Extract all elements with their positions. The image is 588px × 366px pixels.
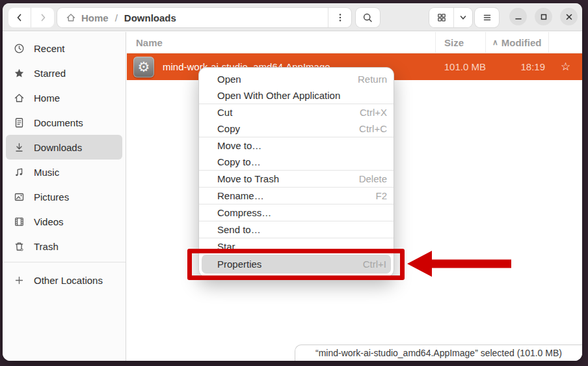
clock-icon [14,43,25,54]
star-icon [14,68,25,79]
grid-view-icon [436,12,447,23]
sidebar-item-music[interactable]: Music [6,160,122,184]
close-button[interactable] [560,8,578,25]
sidebar: Recent Starred Home Documents [3,32,126,361]
sidebar-item-label: Pictures [34,191,69,203]
sidebar-item-downloads[interactable]: Downloads [6,135,122,160]
appimage-file-icon: ⚙ [133,57,154,77]
search-icon [362,12,373,23]
music-note-icon [14,167,25,178]
menu-item-rename[interactable]: Rename… F2 [199,188,394,204]
plus-icon [14,275,25,286]
sidebar-item-label: Videos [34,216,64,227]
minimize-icon [514,13,522,21]
grid-view-button[interactable] [429,8,454,27]
sidebar-item-label: Documents [34,117,83,128]
close-icon [565,13,573,21]
chevron-right-icon [38,12,48,23]
desktop-backdrop: Home / Downloads [0,0,588,366]
sidebar-item-label: Music [34,167,59,178]
breadcrumb[interactable]: Home / Downloads [57,8,351,27]
list-header: Name Size ∧ Modified [127,32,582,53]
sidebar-item-recent[interactable]: Recent [6,36,122,61]
file-star-toggle[interactable]: ☆ [549,60,582,74]
minimize-button[interactable] [509,8,527,25]
sidebar-item-label: Trash [34,241,59,252]
sidebar-item-label: Other Locations [34,275,103,286]
picture-icon [14,191,25,203]
menu-item-move-to[interactable]: Move to… [199,137,394,154]
sidebar-item-label: Starred [34,68,66,79]
menu-item-compress[interactable]: Compress… [199,204,394,221]
sidebar-item-other-locations[interactable]: Other Locations [6,268,122,292]
selection-status-text: “mind-work-ai-studio_amd64.AppImage” sel… [315,348,562,358]
breadcrumb-root[interactable]: Home [81,12,109,23]
selection-status-bar: “mind-work-ai-studio_amd64.AppImage” sel… [295,345,582,361]
annotation-red-arrow-icon [407,250,511,277]
home-icon [14,92,25,104]
view-toggle-group [429,8,472,27]
maximize-button[interactable] [535,8,552,25]
sidebar-item-label: Downloads [34,142,82,153]
chevron-left-icon [14,12,25,23]
trash-icon [14,241,25,252]
sidebar-item-home[interactable]: Home [6,85,122,110]
sidebar-item-trash[interactable]: Trash [6,234,122,259]
search-button[interactable] [356,8,380,27]
sidebar-item-videos[interactable]: Videos [6,209,122,234]
hamburger-menu-button[interactable] [475,8,499,27]
menu-item-copy[interactable]: Copy Ctrl+C [199,120,394,137]
sidebar-separator [3,262,126,262]
annotation-red-box [187,249,405,280]
view-options-dropdown[interactable] [454,8,472,27]
menu-item-send-to[interactable]: Send to… [199,221,394,238]
chevron-down-icon [459,13,468,22]
sidebar-item-starred[interactable]: Starred [6,61,122,85]
document-icon [14,117,25,128]
column-header-star [549,32,582,53]
kebab-menu-icon [335,12,345,23]
column-header-name[interactable]: Name [127,32,436,53]
nav-button-group [8,8,54,27]
sidebar-item-label: Home [34,92,60,104]
sidebar-item-pictures[interactable]: Pictures [6,184,122,209]
breadcrumb-separator: / [115,12,118,23]
forward-button[interactable] [31,8,54,27]
context-menu: Open Return Open With Other Application … [198,67,394,277]
headerbar: Home / Downloads [3,3,582,31]
menu-item-cut[interactable]: Cut Ctrl+X [199,104,394,120]
download-icon [14,142,25,153]
file-modified-cell: 18:19 [486,61,549,72]
breadcrumb-current[interactable]: Downloads [124,12,176,23]
hamburger-icon [482,12,492,23]
gear-icon: ⚙ [138,59,150,75]
home-icon [66,12,76,23]
sidebar-item-documents[interactable]: Documents [6,110,122,135]
menu-item-open-with-other-application[interactable]: Open With Other Application [199,87,394,104]
back-button[interactable] [8,8,31,27]
film-icon [14,216,25,227]
maximize-icon [540,13,548,21]
path-options-button[interactable] [328,8,351,27]
menu-item-move-to-trash[interactable]: Move to Trash Delete [199,171,394,187]
menu-item-copy-to[interactable]: Copy to… [199,154,394,170]
column-header-size[interactable]: Size [436,32,486,53]
sidebar-item-label: Recent [34,43,65,54]
file-size-cell: 101.0 MB [436,61,486,72]
menu-item-open[interactable]: Open Return [199,71,394,87]
sort-ascending-icon: ∧ [492,38,498,47]
column-header-modified[interactable]: ∧ Modified [486,32,549,53]
